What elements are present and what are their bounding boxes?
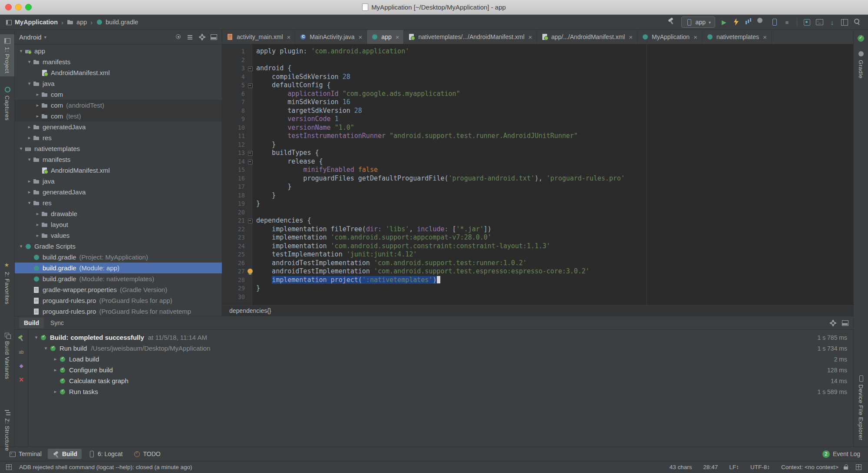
profile-apk-icon[interactable]	[827, 17, 838, 27]
tree-row-layout[interactable]: ▸layout	[15, 219, 222, 230]
code-line[interactable]: 30	[222, 293, 853, 302]
stop-button[interactable]	[782, 17, 792, 27]
chevron-right-icon[interactable]: ▸	[26, 178, 33, 184]
code-line[interactable]: 22 implementation fileTree(dir: 'libs', …	[222, 225, 853, 234]
strip-item-gradle[interactable]: Gradle	[854, 47, 868, 82]
toolwindow-button-6-logcat[interactable]: 6: Logcat	[83, 449, 127, 459]
code-line[interactable]: 28 implementation project(':nativetempla…	[222, 276, 853, 285]
tree-row-res[interactable]: ▾res	[15, 197, 222, 208]
chevron-down-icon[interactable]: ▾	[26, 157, 33, 162]
close-tab-icon[interactable]: ×	[763, 34, 767, 40]
chevron-right-icon[interactable]: ▸	[34, 222, 41, 227]
chevron-right-icon[interactable]: ▸	[52, 367, 59, 373]
chevron-down-icon[interactable]: ▾	[26, 59, 33, 65]
project-view-selector[interactable]: Android ▾	[19, 33, 46, 41]
tree-row-gradle-wrapper-properties-gradle-version[interactable]: gradle-wrapper.properties(Gradle Version…	[15, 284, 222, 295]
chevron-right-icon[interactable]: ▸	[34, 92, 41, 97]
chevron-right-icon[interactable]: ▸	[34, 233, 41, 238]
profiler-icon[interactable]	[744, 17, 755, 27]
toolwindow-grid-icon[interactable]	[855, 463, 863, 471]
tree-row-proguard-rules-pro-proguard-rules-for-app[interactable]: proguard-rules.pro(ProGuard Rules for ap…	[15, 295, 222, 306]
code-line[interactable]: 1apply plugin: 'com.android.application'	[222, 47, 853, 56]
stop-build-icon[interactable]	[17, 376, 25, 384]
close-tab-icon[interactable]: ×	[287, 34, 291, 40]
apply-changes-icon[interactable]	[731, 17, 742, 27]
tree-row-values[interactable]: ▸values	[15, 230, 222, 241]
filter-icon[interactable]	[17, 362, 25, 370]
build-row-run-build[interactable]: ▾Run build/Users/jweisbaum/Desktop/MyApp…	[28, 343, 853, 354]
chevron-down-icon[interactable]: ▾	[17, 243, 25, 249]
tree-row-manifests[interactable]: ▾manifests	[15, 154, 222, 165]
code-line[interactable]: 9 versionCode 1	[222, 115, 853, 124]
code-line[interactable]: 10 versionName "1.0"	[222, 124, 853, 132]
tree-row-res[interactable]: ▸res	[15, 132, 222, 143]
code-editor[interactable]: 1apply plugin: 'com.android.application'…	[222, 44, 853, 305]
line-separator[interactable]: LF↕	[729, 464, 739, 470]
tree-row-androidmanifest-xml[interactable]: AndroidManifest.xml	[15, 67, 222, 78]
chevron-right-icon[interactable]: ▸	[34, 211, 41, 217]
run-button[interactable]	[719, 17, 729, 27]
event-log-button[interactable]: 2Event Log	[822, 450, 864, 458]
tree-row-java[interactable]: ▾java	[15, 78, 222, 89]
file-encoding[interactable]: UTF-8↕	[750, 464, 770, 470]
search-everywhere-icon[interactable]	[852, 17, 863, 27]
chevron-right-icon[interactable]: ▸	[26, 124, 33, 130]
sdk-manager-icon[interactable]	[802, 17, 812, 27]
code-line[interactable]: 21dependencies {	[222, 217, 853, 225]
selection-length[interactable]: 43 chars	[670, 464, 692, 470]
fold-marker-icon[interactable]	[248, 151, 253, 156]
strip-item-captures[interactable]: Captures	[0, 83, 14, 124]
build-hammer-icon[interactable]	[667, 17, 678, 27]
chevron-down-icon[interactable]: ▾	[42, 345, 50, 351]
code-line[interactable]: 17 }	[222, 183, 853, 191]
intention-bulb-icon[interactable]	[248, 269, 253, 274]
strip-item-z-structure[interactable]: Z: Structure	[0, 406, 14, 454]
build-row-calculate-task-graph[interactable]: Calculate task graph14 ms	[28, 375, 853, 386]
inspection-status-icon[interactable]	[858, 35, 864, 42]
chevron-right-icon[interactable]: ▸	[52, 389, 59, 394]
editor-breadcrumb[interactable]: dependencies{}	[222, 305, 853, 316]
tree-row-build-gradle-module-nativetemplates[interactable]: build.gradle(Module: nativetemplates)	[15, 273, 222, 284]
readonly-lock-icon[interactable]	[843, 463, 851, 471]
toggle-text-view-icon[interactable]	[17, 348, 25, 356]
hide-panel-icon[interactable]	[210, 33, 218, 41]
code-line[interactable]: 16 proguardFiles getDefaultProguardFile(…	[222, 174, 853, 183]
code-line[interactable]: 4 compileSdkVersion 28	[222, 73, 853, 82]
fold-marker-icon[interactable]	[248, 219, 253, 223]
caret-position[interactable]: 28:47	[703, 464, 718, 470]
tree-row-drawable[interactable]: ▸drawable	[15, 208, 222, 219]
editor-tab-nativetemplates-androidmanifest-xml[interactable]: nativetemplates/.../AndroidManifest.xml×	[404, 30, 537, 44]
gear-icon[interactable]	[198, 33, 206, 41]
tree-row-generatedjava[interactable]: ▸generatedJava	[15, 187, 222, 197]
tree-row-proguard-rules-pro-proguard-rules-for-nativetemp[interactable]: proguard-rules.pro(ProGuard Rules for na…	[15, 306, 222, 316]
editor-tab-nativetemplates[interactable]: nativetemplates×	[702, 30, 772, 44]
hide-panel-icon[interactable]	[841, 319, 849, 327]
code-line[interactable]: 12 }	[222, 141, 853, 149]
tree-row-app[interactable]: ▾app	[15, 46, 222, 56]
collapse-all-icon[interactable]	[186, 33, 194, 41]
code-line[interactable]: 14 release {	[222, 158, 853, 166]
code-line[interactable]: 5 defaultConfig {	[222, 81, 853, 90]
fold-marker-icon[interactable]	[248, 83, 253, 88]
code-line[interactable]: 7 minSdkVersion 16	[222, 98, 853, 107]
chevron-down-icon[interactable]: ▾	[17, 48, 25, 54]
breadcrumb-item-app[interactable]: app	[67, 19, 87, 26]
code-line[interactable]: 6 applicationId "com.google.ads.myapplic…	[222, 90, 853, 99]
build-tab-build[interactable]: Build	[19, 318, 44, 328]
rerun-build-icon[interactable]	[17, 334, 25, 342]
build-row-configure-build[interactable]: ▸Configure build128 ms	[28, 365, 853, 375]
tree-row-build-gradle-project-myapplication[interactable]: build.gradle(Project: MyApplication)	[15, 252, 222, 263]
editor-tab-mainactivity-java[interactable]: MainActivity.java×	[295, 30, 367, 44]
code-line[interactable]: 23 implementation 'com.android.support:a…	[222, 233, 853, 242]
close-tab-icon[interactable]: ×	[629, 34, 633, 40]
code-line[interactable]: 11 testInstrumentationRunner "android.su…	[222, 132, 853, 141]
close-window-button[interactable]	[5, 4, 12, 10]
breadcrumb-item-myapplication[interactable]: MyApplication	[5, 19, 58, 26]
code-line[interactable]: 25 testImplementation 'junit:junit:4.12'	[222, 250, 853, 259]
build-tab-sync[interactable]: Sync	[46, 318, 69, 328]
toolwindow-button-terminal[interactable]: Terminal	[4, 449, 46, 459]
code-line[interactable]: 13 buildTypes {	[222, 149, 853, 158]
tree-row-com[interactable]: ▸com	[15, 89, 222, 100]
context-indicator[interactable]: Context: <no context>	[781, 464, 838, 470]
toolwindow-button-todo[interactable]: TODO	[129, 449, 165, 459]
